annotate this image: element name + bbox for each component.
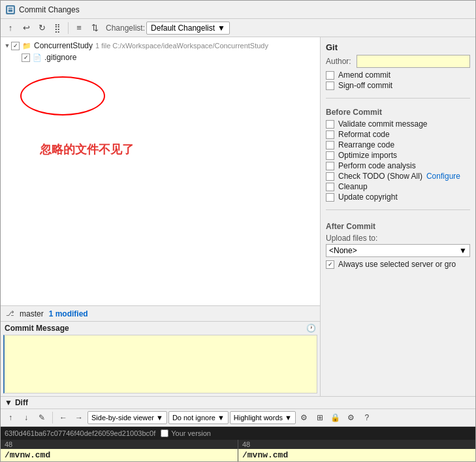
tree-expand-icon: ▼ xyxy=(3,42,11,50)
hash-text: 63f0d461ba67c07746f40def26059ed21003bc0f xyxy=(5,429,155,437)
analysis-checkbox[interactable] xyxy=(326,162,334,170)
diff-columns-button[interactable]: ⊞ xyxy=(313,410,327,425)
diff-right-panel: 48 /mvnw.cmd xyxy=(238,440,475,461)
ignore-label: Do not ignore xyxy=(172,414,215,422)
signoff-row: Sign-off commit xyxy=(326,81,470,90)
commit-message-input[interactable] xyxy=(3,335,317,393)
copyright-label: Update copyright xyxy=(338,192,398,202)
diff-prev-button[interactable]: ← xyxy=(56,410,71,425)
before-commit-title: Before Commit xyxy=(326,108,470,117)
reformat-row: Reformat code xyxy=(326,130,470,139)
rearrange-label: Rearrange code xyxy=(338,140,394,149)
highlight-arrow-icon: ▼ xyxy=(285,414,292,422)
move-up-button[interactable]: ↑ xyxy=(3,21,18,35)
optimize-checkbox[interactable] xyxy=(326,151,334,160)
before-commit-section: Before Commit Validate commit message Re… xyxy=(326,105,470,203)
toolbar: ↑ ↩ ↻ ⣿ ≡ ⇅ Changelist: Default Changeli… xyxy=(1,19,475,37)
undo-button[interactable]: ↩ xyxy=(19,21,33,35)
diff-left-line-num: 48 xyxy=(5,440,12,448)
changelist-arrow-icon: ▼ xyxy=(217,23,225,33)
always-use-checkbox[interactable] xyxy=(326,260,334,269)
optimize-label: Optimize imports xyxy=(338,151,397,160)
todo-checkbox[interactable] xyxy=(326,172,334,181)
diff-settings-button[interactable]: ⚙ xyxy=(297,410,311,425)
diff-title: Diff xyxy=(15,398,28,407)
optimize-row: Optimize imports xyxy=(326,151,470,160)
copyright-row: Update copyright xyxy=(326,192,470,202)
root-path: 1 file C:/xWorkspace/ideaWorkspace/Concu… xyxy=(95,42,268,50)
annotation-text: 忽略的文件不见了 xyxy=(40,142,134,157)
ignore-dropdown[interactable]: Do not ignore ▼ xyxy=(168,411,229,424)
diff-section: ▼ Diff ↑ ↓ ✎ ← → Side-by-side viewer ▼ D… xyxy=(1,396,475,461)
tree-root-item[interactable]: ▼ 📁 ConcurrentStudy 1 file C:/xWorkspace… xyxy=(1,40,320,52)
changelist-dropdown[interactable]: Default Changelist ▼ xyxy=(146,22,230,35)
child-label: .gitignore xyxy=(44,53,76,62)
diff-up-button[interactable]: ↑ xyxy=(3,410,18,425)
cleanup-label: Cleanup xyxy=(338,182,368,191)
sort2-button[interactable]: ⇅ xyxy=(87,21,102,35)
window-title: Commit Changes xyxy=(19,5,80,14)
child-checkbox[interactable] xyxy=(22,54,30,62)
commit-message-area: Commit Message 🕐 xyxy=(1,321,320,396)
diff-gear-button[interactable]: ⚙ xyxy=(344,410,358,425)
diff-columns: 48 /mvnw.cmd 48 /mvnw.cmd xyxy=(1,440,475,461)
signoff-checkbox[interactable] xyxy=(326,82,334,90)
highlight-circle xyxy=(20,76,105,116)
group-button[interactable]: ⣿ xyxy=(50,21,65,35)
rearrange-checkbox[interactable] xyxy=(326,141,334,149)
always-use-row: Always use selected server or gro xyxy=(326,260,470,269)
upload-dropdown[interactable]: <None> ▼ xyxy=(326,244,470,257)
diff-help-button[interactable]: ? xyxy=(360,410,374,425)
main-window: Commit Changes ↑ ↩ ↻ ⣿ ≡ ⇅ Changelist: D… xyxy=(0,0,476,462)
diff-left-line-info: 48 xyxy=(1,440,238,449)
diff-collapse-icon[interactable]: ▼ xyxy=(5,398,12,407)
viewer-label: Side-by-side viewer xyxy=(91,414,154,422)
reformat-label: Reformat code xyxy=(338,130,390,139)
ignore-arrow-icon: ▼ xyxy=(217,414,225,422)
cleanup-checkbox[interactable] xyxy=(326,183,334,191)
viewer-arrow-icon: ▼ xyxy=(156,414,163,422)
diff-right-code: /mvnw.cmd xyxy=(238,449,475,461)
root-checkbox[interactable] xyxy=(11,42,20,50)
configure-link[interactable]: Configure xyxy=(426,172,460,181)
history-icon[interactable]: 🕐 xyxy=(306,324,316,333)
validate-label: Validate commit message xyxy=(338,119,428,129)
after-commit-title: After Commit xyxy=(326,222,470,231)
diff-header: ▼ Diff xyxy=(1,397,475,409)
cleanup-row: Cleanup xyxy=(326,182,470,191)
refresh-button[interactable]: ↻ xyxy=(35,21,49,35)
highlight-dropdown[interactable]: Highlight words ▼ xyxy=(230,411,296,424)
tree-child-item[interactable]: 📄 .gitignore xyxy=(1,52,320,63)
reformat-checkbox[interactable] xyxy=(326,131,334,139)
file-tree: ▼ 📁 ConcurrentStudy 1 file C:/xWorkspace… xyxy=(1,37,320,305)
window-icon xyxy=(6,5,15,14)
always-use-label: Always use selected server or gro xyxy=(338,260,456,269)
diff-edit-button[interactable]: ✎ xyxy=(35,410,49,425)
amend-row: Amend commit xyxy=(326,70,470,80)
viewer-dropdown[interactable]: Side-by-side viewer ▼ xyxy=(87,411,167,424)
signoff-label: Sign-off commit xyxy=(338,81,392,90)
diff-next-button[interactable]: → xyxy=(72,410,86,425)
amend-checkbox[interactable] xyxy=(326,71,334,80)
diff-sep-1 xyxy=(52,412,53,424)
commit-message-label: Commit Message xyxy=(5,324,69,333)
copyright-checkbox[interactable] xyxy=(326,193,334,202)
git-section: Git Author: Amend commit Sign-off commit xyxy=(326,42,470,91)
todo-label: Check TODO (Show All) xyxy=(338,172,422,181)
diff-toolbar: ↑ ↓ ✎ ← → Side-by-side viewer ▼ Do not i… xyxy=(1,409,475,427)
highlight-label: Highlight words xyxy=(234,414,283,422)
author-input[interactable] xyxy=(357,55,470,68)
divider-2 xyxy=(326,209,470,210)
diff-down-button[interactable]: ↓ xyxy=(19,410,33,425)
changelist-value: Default Changelist xyxy=(151,23,215,33)
hash-bar: 63f0d461ba67c07746f40def26059ed21003bc0f… xyxy=(1,427,475,440)
sort-button[interactable]: ≡ xyxy=(72,21,86,35)
validate-checkbox[interactable] xyxy=(326,120,334,129)
git-title: Git xyxy=(326,42,470,52)
analysis-row: Perform code analysis xyxy=(326,161,470,170)
divider-1 xyxy=(326,98,470,99)
upload-label: Upload files to: xyxy=(326,234,470,243)
diff-lock-button[interactable]: 🔒 xyxy=(328,410,343,425)
your-version-checkbox[interactable] xyxy=(161,429,168,437)
author-label: Author: xyxy=(326,57,351,66)
